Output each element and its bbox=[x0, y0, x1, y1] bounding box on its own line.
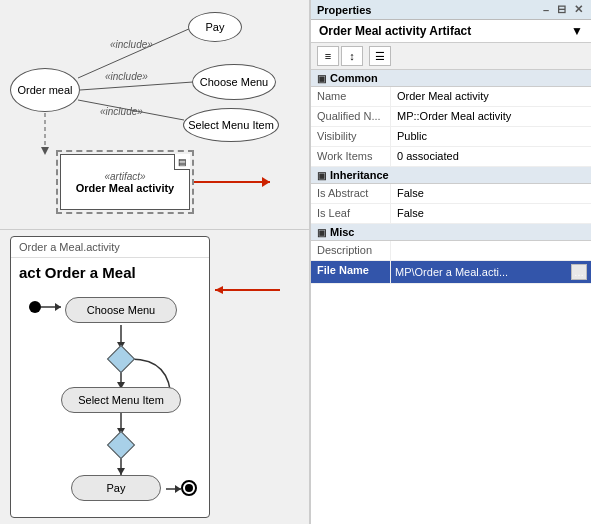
svg-marker-24 bbox=[215, 286, 223, 294]
common-toggle-icon: ▣ bbox=[317, 73, 326, 84]
activity-select-menu[interactable]: Select Menu Item bbox=[61, 387, 181, 413]
svg-marker-11 bbox=[55, 303, 61, 311]
properties-toolbar: ≡ ↕ ☰ bbox=[311, 43, 591, 70]
svg-marker-7 bbox=[41, 147, 49, 155]
activity-content: Choose Menu Select Menu Item Pay bbox=[11, 287, 209, 507]
prop-description-value[interactable] bbox=[391, 241, 591, 260]
prop-filename-label: File Name bbox=[311, 261, 391, 283]
misc-toggle-icon: ▣ bbox=[317, 227, 326, 238]
ellipse-select-menu[interactable]: Select Menu Item bbox=[183, 108, 279, 142]
activity-diagram-header: Order a Meal.activity bbox=[11, 237, 209, 258]
inheritance-toggle-icon: ▣ bbox=[317, 170, 326, 181]
properties-table: ▣ Common Name Order Meal activity Qualif… bbox=[311, 70, 591, 524]
svg-text:«include»: «include» bbox=[110, 39, 153, 50]
toolbar-filter-btn[interactable]: ☰ bbox=[369, 46, 391, 66]
titlebar-close-btn[interactable]: ✕ bbox=[572, 3, 585, 16]
activity-diagram: Order a Meal.activity act Order a Meal bbox=[10, 236, 210, 518]
prop-qualified-row: Qualified N... MP::Order Meal activity bbox=[311, 107, 591, 127]
ellipse-order-meal[interactable]: Order meal bbox=[10, 68, 80, 112]
prop-description-row: Description bbox=[311, 241, 591, 261]
section-common-header[interactable]: ▣ Common bbox=[311, 70, 591, 87]
svg-text:«include»: «include» bbox=[105, 71, 148, 82]
titlebar-dock-btn[interactable]: ⊟ bbox=[555, 3, 568, 16]
properties-subtitle: Order Meal activity Artifact ▼ bbox=[311, 20, 591, 43]
red-arrow-bottom bbox=[205, 280, 285, 300]
prop-visibility-row: Visibility Public bbox=[311, 127, 591, 147]
prop-visibility-value[interactable]: Public bbox=[391, 127, 591, 146]
properties-title: Properties bbox=[317, 4, 371, 16]
section-common-label: Common bbox=[330, 72, 378, 84]
properties-panel: Properties – ⊟ ✕ Order Meal activity Art… bbox=[310, 0, 591, 524]
activity-diagram-title: act Order a Meal bbox=[11, 258, 209, 287]
prop-qualified-value[interactable]: MP::Order Meal activity bbox=[391, 107, 591, 126]
prop-abstract-value[interactable]: False bbox=[391, 184, 591, 203]
prop-leaf-row: Is Leaf False bbox=[311, 204, 591, 224]
prop-workitems-value[interactable]: 0 associated bbox=[391, 147, 591, 166]
activity-diamond-2 bbox=[107, 431, 135, 459]
activity-final-node bbox=[181, 480, 197, 496]
use-case-diagram: «include» «include» «include» Order meal… bbox=[0, 0, 309, 230]
svg-marker-9 bbox=[262, 177, 270, 187]
prop-qualified-label: Qualified N... bbox=[311, 107, 391, 126]
titlebar-controls: – ⊟ ✕ bbox=[541, 3, 585, 16]
ellipse-pay[interactable]: Pay bbox=[188, 12, 242, 42]
toolbar-categories-btn[interactable]: ≡ bbox=[317, 46, 339, 66]
prop-abstract-label: Is Abstract bbox=[311, 184, 391, 203]
svg-text:«include»: «include» bbox=[100, 106, 143, 117]
prop-workitems-label: Work Items bbox=[311, 147, 391, 166]
ellipse-choose-menu[interactable]: Choose Menu bbox=[192, 64, 276, 100]
properties-object-label: Order Meal activity Artifact bbox=[319, 24, 471, 38]
prop-name-row: Name Order Meal activity bbox=[311, 87, 591, 107]
properties-dropdown-icon[interactable]: ▼ bbox=[571, 24, 583, 38]
prop-filename-row: File Name MP\Order a Meal.acti... … bbox=[311, 261, 591, 284]
svg-marker-19 bbox=[117, 468, 125, 475]
svg-line-2 bbox=[78, 100, 184, 120]
artifact-box[interactable]: ▤ «artifact» Order Meal activity bbox=[60, 154, 190, 210]
artifact-title: Order Meal activity bbox=[76, 182, 174, 194]
prop-name-value[interactable]: Order Meal activity bbox=[391, 87, 591, 106]
left-panel: «include» «include» «include» Order meal… bbox=[0, 0, 310, 524]
prop-filename-browse-btn[interactable]: … bbox=[571, 264, 587, 280]
svg-line-1 bbox=[80, 82, 193, 90]
prop-leaf-label: Is Leaf bbox=[311, 204, 391, 223]
section-inheritance-header[interactable]: ▣ Inheritance bbox=[311, 167, 591, 184]
prop-workitems-row: Work Items 0 associated bbox=[311, 147, 591, 167]
prop-abstract-row: Is Abstract False bbox=[311, 184, 591, 204]
properties-titlebar: Properties – ⊟ ✕ bbox=[311, 0, 591, 20]
titlebar-pin-btn[interactable]: – bbox=[541, 4, 551, 16]
prop-visibility-label: Visibility bbox=[311, 127, 391, 146]
section-misc-header[interactable]: ▣ Misc bbox=[311, 224, 591, 241]
prop-filename-value[interactable]: MP\Order a Meal.acti... … bbox=[391, 261, 591, 283]
section-inheritance-label: Inheritance bbox=[330, 169, 389, 181]
prop-leaf-value[interactable]: False bbox=[391, 204, 591, 223]
activity-diamond-1 bbox=[107, 345, 135, 373]
activity-pay[interactable]: Pay bbox=[71, 475, 161, 501]
prop-description-label: Description bbox=[311, 241, 391, 260]
activity-final-inner bbox=[185, 484, 193, 492]
svg-line-0 bbox=[78, 28, 191, 78]
activity-choose-menu[interactable]: Choose Menu bbox=[65, 297, 177, 323]
prop-name-label: Name bbox=[311, 87, 391, 106]
section-misc-label: Misc bbox=[330, 226, 354, 238]
activity-initial-node bbox=[29, 301, 41, 313]
artifact-icon: ▤ bbox=[174, 154, 190, 170]
artifact-stereotype: «artifact» bbox=[104, 171, 145, 182]
toolbar-sort-btn[interactable]: ↕ bbox=[341, 46, 363, 66]
